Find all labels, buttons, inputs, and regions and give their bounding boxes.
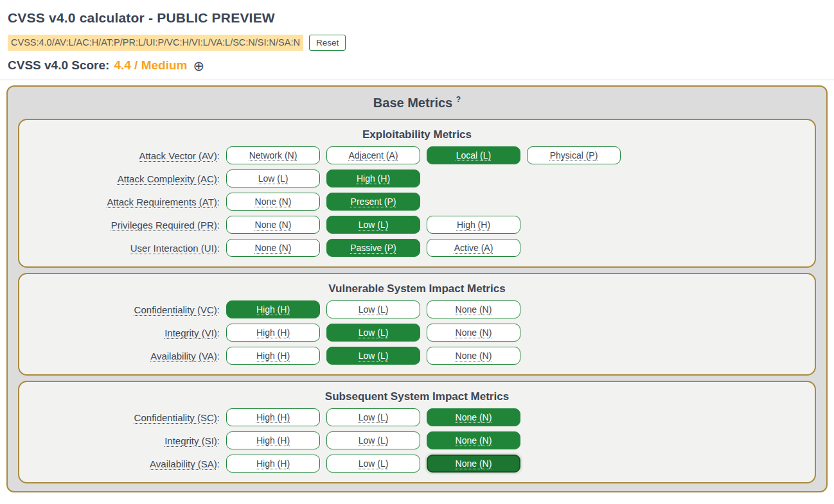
metric-row-AC: Attack Complexity (AC):Low (L)High (H) bbox=[19, 169, 815, 187]
metric-label-SA: Availability (SA): bbox=[19, 458, 220, 469]
option-VC-N[interactable]: None (N) bbox=[427, 300, 520, 318]
metric-row-AT: Attack Requirements (AT):None (N)Present… bbox=[19, 193, 815, 211]
score-value: 4.4 / Medium bbox=[114, 58, 187, 73]
header-divider bbox=[0, 80, 834, 80]
option-VC-H[interactable]: High (H) bbox=[226, 300, 320, 318]
option-SA-N[interactable]: None (N) bbox=[427, 455, 520, 473]
metric-row-VC: Confidentiality (VC):High (H)Low (L)None… bbox=[19, 300, 815, 318]
option-AC-H[interactable]: High (H) bbox=[326, 169, 420, 187]
option-AC-L[interactable]: Low (L) bbox=[226, 169, 320, 187]
option-AV-P[interactable]: Physical (P) bbox=[527, 146, 621, 164]
metric-label-VA: Availability (VA): bbox=[19, 351, 220, 361]
metric-row-SC: Confidentiality (SC):High (H)Low (L)None… bbox=[19, 408, 815, 426]
metric-label-SI: Integrity (SI): bbox=[19, 435, 220, 446]
option-SC-L[interactable]: Low (L) bbox=[326, 408, 420, 426]
option-SI-L[interactable]: Low (L) bbox=[326, 431, 420, 449]
option-VI-L[interactable]: Low (L) bbox=[326, 324, 420, 342]
option-PR-L[interactable]: Low (L) bbox=[326, 216, 420, 234]
metric-label-AT: Attack Requirements (AT): bbox=[19, 196, 220, 207]
option-PR-N[interactable]: None (N) bbox=[226, 216, 320, 234]
option-PR-H[interactable]: High (H) bbox=[427, 216, 520, 234]
public-preview-badge: PUBLIC PREVIEW bbox=[157, 10, 275, 25]
metric-label-VI: Integrity (VI): bbox=[19, 327, 220, 338]
metric-row-VI: Integrity (VI):High (H)Low (L)None (N) bbox=[19, 324, 815, 342]
option-AT-P[interactable]: Present (P) bbox=[326, 193, 420, 211]
page-title-text: CVSS v4.0 calculator - bbox=[8, 10, 153, 25]
option-AV-L[interactable]: Local (L) bbox=[427, 146, 520, 164]
option-SA-L[interactable]: Low (L) bbox=[326, 455, 420, 473]
section-vulnerable-impact: Vulnerable System Impact Metrics Confide… bbox=[18, 273, 816, 376]
section-title-exploitability: Exploitability Metrics bbox=[19, 128, 815, 141]
option-VI-N[interactable]: None (N) bbox=[427, 324, 520, 342]
option-UI-A[interactable]: Active (A) bbox=[427, 239, 520, 257]
option-SC-H[interactable]: High (H) bbox=[226, 408, 320, 426]
score-label: CVSS v4.0 Score: bbox=[8, 58, 109, 73]
option-VA-L[interactable]: Low (L) bbox=[326, 347, 420, 365]
metric-row-PR: Privileges Required (PR):None (N)Low (L)… bbox=[19, 216, 815, 234]
option-SI-H[interactable]: High (H) bbox=[226, 431, 320, 449]
option-SA-H[interactable]: High (H) bbox=[226, 455, 320, 473]
option-AT-N[interactable]: None (N) bbox=[226, 193, 320, 211]
metric-row-UI: User Interaction (UI):None (N)Passive (P… bbox=[19, 239, 815, 257]
metric-label-PR: Privileges Required (PR): bbox=[19, 220, 220, 230]
base-metrics-title-text: Base Metrics bbox=[373, 96, 452, 110]
section-subsequent-impact: Subsequent System Impact Metrics Confide… bbox=[18, 381, 816, 483]
metric-row-SA: Availability (SA):High (H)Low (L)None (N… bbox=[19, 455, 815, 473]
reset-button[interactable]: Reset bbox=[309, 35, 346, 51]
option-AV-N[interactable]: Network (N) bbox=[226, 146, 320, 164]
base-metrics-help-link[interactable]: ? bbox=[456, 95, 461, 104]
section-rows: Confidentiality (VC):High (H)Low (L)None… bbox=[19, 300, 815, 365]
page-header: CVSS v4.0 calculator - PUBLIC PREVIEW CV… bbox=[0, 0, 834, 73]
cvss-vector-string: CVSS:4.0/AV:L/AC:H/AT:P/PR:L/UI:P/VC:H/V… bbox=[8, 35, 303, 51]
metric-row-SI: Integrity (SI):High (H)Low (L)None (N) bbox=[19, 431, 815, 449]
base-metrics-panel: Base Metrics ? Exploitability Metrics At… bbox=[6, 85, 828, 492]
section-title-vulnerable-impact: Vulnerable System Impact Metrics bbox=[19, 282, 815, 295]
base-metrics-title: Base Metrics ? bbox=[18, 88, 816, 119]
section-rows: Confidentiality (SC):High (H)Low (L)None… bbox=[19, 408, 815, 473]
option-UI-N[interactable]: None (N) bbox=[226, 239, 320, 257]
option-SC-N[interactable]: None (N) bbox=[427, 408, 520, 426]
metric-label-UI: User Interaction (UI): bbox=[19, 243, 220, 254]
metric-label-SC: Confidentiality (SC): bbox=[19, 412, 220, 423]
metric-label-AV: Attack Vector (AV): bbox=[19, 150, 220, 161]
metric-label-AC: Attack Complexity (AC): bbox=[19, 173, 220, 184]
option-VA-N[interactable]: None (N) bbox=[427, 347, 520, 365]
metric-row-AV: Attack Vector (AV):Network (N)Adjacent (… bbox=[19, 146, 815, 164]
section-rows: Attack Vector (AV):Network (N)Adjacent (… bbox=[19, 146, 815, 257]
option-VA-H[interactable]: High (H) bbox=[226, 347, 320, 365]
circle-plus-icon[interactable]: ⊕ bbox=[193, 59, 204, 73]
option-AV-A[interactable]: Adjacent (A) bbox=[326, 146, 420, 164]
option-VC-L[interactable]: Low (L) bbox=[326, 300, 420, 318]
option-SI-N[interactable]: None (N) bbox=[427, 431, 520, 449]
vector-row: CVSS:4.0/AV:L/AC:H/AT:P/PR:L/UI:P/VC:H/V… bbox=[8, 35, 826, 51]
section-exploitability: Exploitability Metrics Attack Vector (AV… bbox=[18, 119, 816, 268]
score-row: CVSS v4.0 Score: 4.4 / Medium ⊕ bbox=[8, 58, 826, 73]
metric-label-VC: Confidentiality (VC): bbox=[19, 304, 220, 315]
page-title: CVSS v4.0 calculator - PUBLIC PREVIEW bbox=[8, 10, 826, 26]
option-VI-H[interactable]: High (H) bbox=[226, 324, 320, 342]
section-title-subsequent-impact: Subsequent System Impact Metrics bbox=[19, 390, 815, 403]
option-UI-P[interactable]: Passive (P) bbox=[326, 239, 420, 257]
metric-row-VA: Availability (VA):High (H)Low (L)None (N… bbox=[19, 347, 815, 365]
